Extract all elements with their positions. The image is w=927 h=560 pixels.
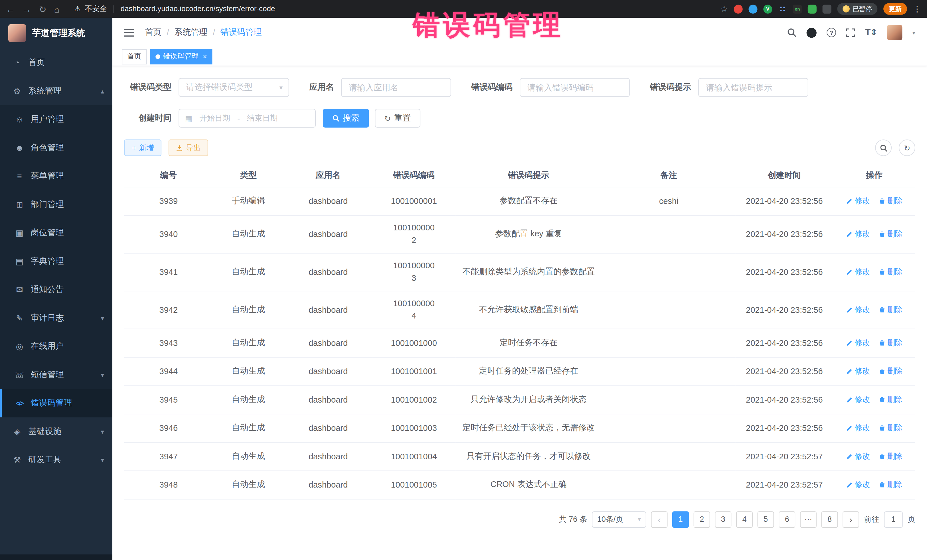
- sidebar-item-dictionary[interactable]: ▤ 字典管理: [0, 247, 112, 276]
- browser-update-button[interactable]: 更新: [883, 3, 907, 15]
- cell-memo: ceshi: [602, 187, 736, 215]
- breadcrumb-system[interactable]: 系统管理: [174, 27, 207, 38]
- pagination: 共 76 条 10条/页 ▾ ‹ 1 2 3 4 5 6 ··· 8 › 前往 …: [124, 511, 915, 528]
- github-icon[interactable]: [807, 27, 817, 37]
- role-icon: ☻: [14, 143, 25, 153]
- sidebar-item-audit-log[interactable]: ✎ 审计日志 ▾: [0, 304, 112, 332]
- delete-link[interactable]: 删除: [878, 305, 903, 315]
- error-hint-input[interactable]: [698, 78, 808, 97]
- error-code-input[interactable]: [520, 78, 630, 97]
- page-button-4[interactable]: 4: [736, 511, 753, 528]
- add-button[interactable]: + 新增: [124, 140, 161, 156]
- breadcrumb-home[interactable]: 首页: [145, 27, 161, 38]
- sidebar-item-home[interactable]: ◔ 首页: [0, 49, 112, 77]
- sidebar-item-users[interactable]: ☺ 用户管理: [0, 105, 112, 134]
- hamburger-icon[interactable]: [124, 29, 134, 36]
- sidebar-item-menus[interactable]: ≡ 菜单管理: [0, 162, 112, 190]
- fullscreen-icon[interactable]: [846, 28, 855, 37]
- delete-link[interactable]: 删除: [878, 267, 903, 277]
- delete-link[interactable]: 删除: [878, 451, 903, 461]
- edit-link[interactable]: 修改: [846, 395, 870, 405]
- error-type-select[interactable]: 请选择错误码类型 ▾: [179, 78, 289, 97]
- page-button-8[interactable]: 8: [821, 511, 838, 528]
- delete-link[interactable]: 删除: [878, 338, 903, 348]
- sidebar-item-infrastructure[interactable]: ◈ 基础设施 ▾: [0, 417, 112, 446]
- cell-ops: 修改删除: [833, 253, 915, 291]
- tab-home[interactable]: 首页: [122, 49, 147, 64]
- edit-link[interactable]: 修改: [846, 305, 870, 315]
- edit-link[interactable]: 修改: [846, 451, 870, 461]
- edit-link[interactable]: 修改: [846, 267, 870, 277]
- edit-link[interactable]: 修改: [846, 338, 870, 348]
- goto-page-input[interactable]: [884, 511, 903, 528]
- sidebar-item-system-management[interactable]: ⚙ 系统管理 ▴: [0, 77, 112, 105]
- page-button-6[interactable]: 6: [779, 511, 795, 528]
- extension-icon-red[interactable]: [734, 5, 743, 14]
- search-icon[interactable]: [787, 28, 797, 37]
- export-button[interactable]: 导出: [169, 140, 208, 156]
- sidebar-item-departments[interactable]: ⊞ 部门管理: [0, 190, 112, 219]
- extension-icon-leaf[interactable]: [808, 5, 817, 14]
- sync-paused-badge[interactable]: 已暂停: [837, 3, 877, 15]
- edit-link[interactable]: 修改: [846, 479, 870, 490]
- page-button-2[interactable]: 2: [694, 511, 710, 528]
- close-icon[interactable]: ×: [203, 52, 207, 61]
- sidebar-item-online-users[interactable]: ◎ 在线用户: [0, 332, 112, 361]
- refresh-table-button[interactable]: ↻: [899, 140, 915, 156]
- delete-link[interactable]: 删除: [878, 423, 903, 433]
- cell-msg: 只允许修改为开启或者关闭状态: [455, 385, 602, 414]
- dashboard-icon: ◔: [12, 58, 22, 67]
- date-range-picker[interactable]: ▦ 开始日期 - 结束日期: [179, 109, 316, 127]
- edit-link[interactable]: 修改: [846, 423, 870, 433]
- refresh-icon: ↻: [384, 114, 391, 122]
- text-size-icon[interactable]: T⇕: [865, 27, 877, 38]
- sidebar-item-sms[interactable]: ☏ 短信管理 ▾: [0, 361, 112, 389]
- browser-menu-icon[interactable]: ⋮: [913, 4, 921, 14]
- edit-link[interactable]: 修改: [846, 366, 870, 376]
- prev-page-button[interactable]: ‹: [651, 511, 667, 528]
- avatar[interactable]: [887, 25, 902, 40]
- edit-link[interactable]: 修改: [846, 229, 870, 239]
- address-bar[interactable]: ⚠ 不安全 dashboard.yudao.iocoder.cn/system/…: [74, 4, 275, 14]
- page-size-select[interactable]: 10条/页 ▾: [592, 511, 646, 528]
- delete-link[interactable]: 删除: [878, 479, 903, 490]
- sidebar-item-positions[interactable]: ▣ 岗位管理: [0, 219, 112, 247]
- chevron-down-icon: ▾: [101, 371, 104, 379]
- cell-type: 自动生成: [213, 215, 284, 253]
- forward-icon[interactable]: →: [23, 5, 31, 14]
- help-icon[interactable]: ?: [827, 28, 836, 37]
- sidebar-item-error-code[interactable]: </> 错误码管理: [0, 389, 112, 417]
- extension-icon-green[interactable]: V: [763, 5, 772, 14]
- col-time: 创建时间: [736, 164, 833, 187]
- page-button-1[interactable]: 1: [672, 511, 689, 528]
- reload-icon[interactable]: ↻: [39, 5, 47, 14]
- edit-link[interactable]: 修改: [846, 196, 870, 206]
- delete-link[interactable]: 删除: [878, 196, 903, 206]
- table-row: 3947 自动生成 dashboard 1001001004 只有开启状态的任务…: [124, 442, 915, 471]
- extension-icon-dots[interactable]: ∷: [778, 5, 787, 14]
- reset-button[interactable]: ↻ 重置: [375, 109, 420, 127]
- page-button-3[interactable]: 3: [715, 511, 731, 528]
- search-button[interactable]: 搜索: [323, 109, 369, 127]
- extension-icon-blue[interactable]: [748, 5, 757, 14]
- show-search-icon-button[interactable]: [875, 140, 892, 156]
- page-ellipsis-button[interactable]: ···: [800, 511, 817, 528]
- extension-icon-pinned[interactable]: [823, 5, 831, 14]
- sidebar-item-notices[interactable]: ✉ 通知公告: [0, 275, 112, 304]
- page-button-5[interactable]: 5: [758, 511, 774, 528]
- home-icon[interactable]: ⌂: [54, 5, 59, 14]
- cell-type: 自动生成: [213, 470, 284, 499]
- chevron-down-icon[interactable]: ▾: [912, 29, 915, 36]
- delete-link[interactable]: 删除: [878, 229, 903, 239]
- delete-link[interactable]: 删除: [878, 395, 903, 405]
- sidebar-item-dev-tools[interactable]: ⚒ 研发工具 ▾: [0, 446, 112, 474]
- extension-icon-on[interactable]: on: [793, 5, 802, 14]
- delete-link[interactable]: 删除: [878, 366, 903, 376]
- back-icon[interactable]: ←: [6, 5, 15, 14]
- bookmark-star-icon[interactable]: ☆: [720, 4, 728, 14]
- sidebar-logo[interactable]: 芋道管理系统: [0, 18, 112, 49]
- tab-error-code[interactable]: 错误码管理 ×: [150, 49, 213, 64]
- next-page-button[interactable]: ›: [843, 511, 859, 528]
- app-name-input[interactable]: [341, 78, 451, 97]
- sidebar-item-roles[interactable]: ☻ 角色管理: [0, 134, 112, 162]
